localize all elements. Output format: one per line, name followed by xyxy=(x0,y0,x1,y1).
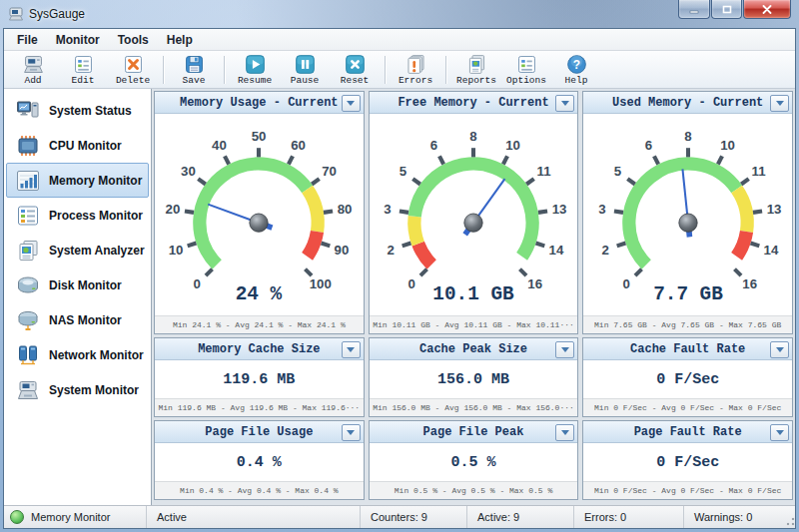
sidebar-item-nas-monitor[interactable]: NAS Monitor xyxy=(6,302,149,337)
toolbar-pause-button[interactable]: Pause xyxy=(280,53,330,87)
chevron-down-icon xyxy=(347,347,355,352)
panel-title: Page File Usage xyxy=(205,425,313,439)
toolbar-reports-button[interactable]: Reports xyxy=(451,53,501,87)
sidebar-item-label: CPU Monitor xyxy=(49,139,122,153)
menu-monitor[interactable]: Monitor xyxy=(47,31,109,49)
sidebar-item-process-monitor[interactable]: Process Monitor xyxy=(6,198,149,233)
counter-row-1: Memory Cache Size119.6 MBMin 119.6 MB - … xyxy=(154,337,793,417)
toolbar-options-button[interactable]: Options xyxy=(501,53,551,87)
toolbar-add-button[interactable]: Add xyxy=(8,53,58,87)
toolbar-button-label: Errors xyxy=(399,76,432,86)
status-active-icon xyxy=(10,510,24,524)
sidebar-item-system-analyzer[interactable]: System Analyzer xyxy=(6,233,149,267)
toolbar-save-button[interactable]: Save xyxy=(169,53,219,87)
panel-min-avg-max-label: Min 156.0 MB - Avg 156.0 MB - Max 156.0·… xyxy=(370,398,578,416)
sidebar-item-system-status[interactable]: System Status xyxy=(6,93,149,128)
memory-usage-current-panel: Memory Usage - Current010203040506070809… xyxy=(154,91,365,334)
chevron-down-icon xyxy=(347,101,355,106)
svg-text:10: 10 xyxy=(169,243,184,258)
toolbar-delete-button[interactable]: Delete xyxy=(108,53,158,87)
toolbar-resume-button[interactable]: Resume xyxy=(230,53,280,87)
menu-help[interactable]: Help xyxy=(158,31,202,49)
panel-menu-button[interactable] xyxy=(342,341,361,358)
panel-title: Cache Fault Rate xyxy=(630,342,745,356)
panel-min-avg-max-label: Min 0 F/Sec - Avg 0 F/Sec - Max 0 F/Sec xyxy=(583,398,792,416)
sidebar-item-disk-monitor[interactable]: Disk Monitor xyxy=(6,267,149,302)
panel-title: Memory Usage - Current xyxy=(180,96,338,110)
panel-menu-button[interactable] xyxy=(342,424,361,441)
svg-text:50: 50 xyxy=(252,129,267,144)
panel-menu-button[interactable] xyxy=(555,95,574,112)
chevron-down-icon xyxy=(561,347,569,352)
sidebar-item-label: Disk Monitor xyxy=(49,278,122,292)
panel-menu-button[interactable] xyxy=(555,341,574,358)
nas-monitor-icon xyxy=(16,309,40,331)
gauge-value-label: 10.1 GB xyxy=(432,283,514,304)
sidebar-item-label: NAS Monitor xyxy=(49,313,122,327)
maximize-button[interactable] xyxy=(711,0,742,19)
panel-header: Page Fault Rate xyxy=(583,421,792,443)
sidebar-item-label: Process Monitor xyxy=(49,209,143,223)
sidebar-item-memory-monitor[interactable]: Memory Monitor xyxy=(6,163,149,198)
toolbar-button-label: Save xyxy=(183,76,206,86)
svg-text:14: 14 xyxy=(549,243,564,258)
panel-title: Free Memory - Current xyxy=(398,96,548,110)
minimize-button[interactable] xyxy=(678,0,710,19)
toolbar-separator xyxy=(163,56,164,84)
panel-min-avg-max-label: Min 0.4 % - Avg 0.4 % - Max 0.4 % xyxy=(155,481,364,499)
panel-body: 02356810111314167.7 GB xyxy=(583,114,792,315)
menu-bar: FileMonitorToolsHelp xyxy=(4,29,795,51)
page-fault-rate-panel: Page Fault Rate0 F/SecMin 0 F/Sec - Avg … xyxy=(582,420,793,500)
toolbar-help-button[interactable]: ?Help xyxy=(551,53,601,87)
panel-title: Memory Cache Size xyxy=(198,342,320,356)
panel-menu-button[interactable] xyxy=(342,95,361,112)
sidebar: System StatusCPU MonitorMemory MonitorPr… xyxy=(4,89,152,505)
counter-value-label: 119.6 MB xyxy=(223,371,295,388)
toolbar-errors-button[interactable]: Errors xyxy=(391,53,440,87)
panel-menu-button[interactable] xyxy=(770,95,789,112)
toolbar-separator xyxy=(385,56,386,84)
toolbar-button-label: Delete xyxy=(116,76,150,86)
options-icon xyxy=(515,53,538,76)
svg-text:6: 6 xyxy=(644,138,651,153)
panel-min-avg-max-label: Min 119.6 MB - Avg 119.6 MB - Max 119.6·… xyxy=(155,398,364,416)
panel-title: Page File Peak xyxy=(423,425,524,439)
sidebar-item-label: System Analyzer xyxy=(49,244,145,258)
sidebar-item-system-monitor[interactable]: System Monitor xyxy=(6,372,149,407)
app-icon xyxy=(8,6,24,22)
svg-text:80: 80 xyxy=(338,202,353,217)
svg-text:30: 30 xyxy=(181,165,196,180)
menu-file[interactable]: File xyxy=(8,31,47,49)
toolbar-separator xyxy=(224,56,225,84)
save-icon xyxy=(183,53,206,76)
panel-menu-button[interactable] xyxy=(555,424,574,441)
toolbar: AddEditDeleteSaveResumePauseResetErrorsR… xyxy=(4,51,795,89)
edit-icon xyxy=(72,53,95,76)
toolbar-edit-button[interactable]: Edit xyxy=(58,53,108,87)
toolbar-reset-button[interactable]: Reset xyxy=(330,53,380,87)
toolbar-button-label: Reports xyxy=(456,76,496,86)
page-file-peak-panel: Page File Peak0.5 %Min 0.5 % - Avg 0.5 %… xyxy=(369,420,579,500)
gauge-memory-usage-current: 010203040506070809010024 % xyxy=(157,125,361,304)
close-button[interactable] xyxy=(743,0,791,19)
app-window: SysGauge FileMonitorToolsHelp AddEditDel… xyxy=(0,0,799,532)
panel-body: 0 F/Sec xyxy=(583,360,792,398)
resize-grip[interactable] xyxy=(785,516,795,526)
gauge-free-memory-current: 023568101113141610.1 GB xyxy=(372,125,575,304)
panel-menu-button[interactable] xyxy=(770,341,789,358)
chevron-down-icon xyxy=(561,101,569,106)
svg-text:3: 3 xyxy=(384,202,391,217)
sidebar-item-label: System Monitor xyxy=(49,383,139,397)
toolbar-button-label: Edit xyxy=(72,76,95,86)
sidebar-item-network-monitor[interactable]: Network Monitor xyxy=(6,337,149,372)
svg-text:16: 16 xyxy=(742,277,757,292)
reset-icon xyxy=(344,53,367,76)
svg-text:6: 6 xyxy=(430,138,437,153)
svg-text:10: 10 xyxy=(505,138,520,153)
menu-tools[interactable]: Tools xyxy=(109,31,158,49)
toolbar-separator xyxy=(445,56,446,84)
panel-min-avg-max-label: Min 7.65 GB - Avg 7.65 GB - Max 7.65 GB xyxy=(583,315,792,333)
sidebar-item-cpu-monitor[interactable]: CPU Monitor xyxy=(6,128,149,163)
panel-menu-button[interactable] xyxy=(770,424,789,441)
add-icon xyxy=(22,53,45,76)
